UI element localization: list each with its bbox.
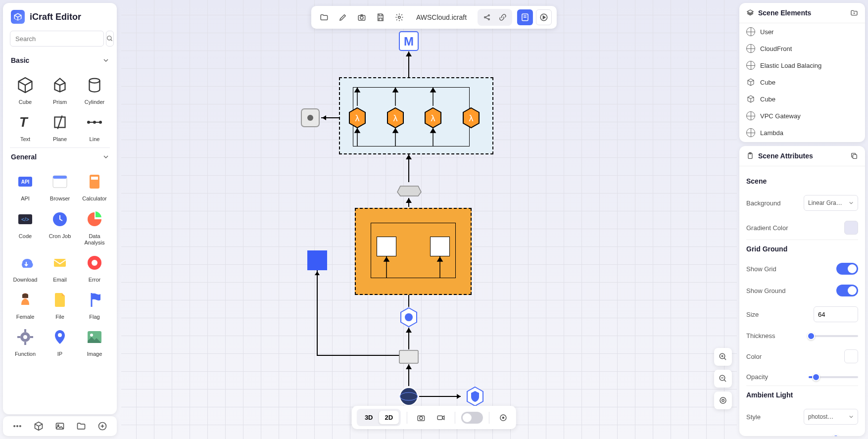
node-lambda-2[interactable]: λ <box>385 107 406 129</box>
camera-button[interactable] <box>354 9 370 25</box>
palette-cylinder[interactable]: Cylinder <box>79 74 110 105</box>
record-button[interactable] <box>433 410 449 426</box>
folder-button[interactable] <box>74 419 88 433</box>
globe-icon <box>746 27 755 36</box>
palette-cube[interactable]: Cube <box>10 74 41 105</box>
canvas[interactable]: M λ λ λ λ <box>121 0 737 439</box>
attributes-body[interactable]: Scene Background Linear Gra… Gradient Co… <box>739 166 865 436</box>
element-item-vpc[interactable]: VPC Gateway <box>739 107 865 124</box>
search-button[interactable] <box>106 31 114 47</box>
globe-icon <box>746 128 755 137</box>
node-cloudfront[interactable] <box>398 349 419 364</box>
node-lambda-1[interactable]: λ <box>346 107 368 129</box>
edit-button[interactable] <box>335 9 351 25</box>
package-button[interactable] <box>32 419 46 433</box>
palette-image[interactable]: Image <box>79 326 110 357</box>
section-general-header[interactable]: General <box>3 148 117 166</box>
node-lambda-4[interactable]: λ <box>460 107 482 129</box>
node-vpc-gateway[interactable] <box>396 182 422 198</box>
search-input[interactable] <box>10 31 104 47</box>
section-general-label: General <box>11 153 37 161</box>
background-select[interactable]: Linear Gra… <box>804 195 858 211</box>
copy-icon[interactable] <box>850 152 858 160</box>
elements-list[interactable]: User CloudFront Elastic Load Balacing Cu… <box>739 23 865 142</box>
node-cube-blue[interactable] <box>307 250 327 270</box>
element-item-user[interactable]: User <box>739 23 865 40</box>
palette-scroll[interactable]: Basic Cube Prism Cylinder TText Plane Li… <box>3 51 117 414</box>
view-toggle[interactable] <box>461 412 483 424</box>
svg-point-111 <box>720 397 726 403</box>
settings-button[interactable] <box>391 9 407 25</box>
svg-text:λ: λ <box>355 113 360 123</box>
palette-download[interactable]: Download <box>10 252 41 283</box>
node-lambda-3[interactable]: λ <box>422 107 444 129</box>
scene-attributes-panel: Scene Attributes Scene Background Linear… <box>739 146 865 436</box>
female-icon <box>14 289 36 311</box>
element-item-lambda-1[interactable]: Lambda <box>739 124 865 141</box>
palette-browser[interactable]: Browser <box>45 171 75 202</box>
segment-3d[interactable]: 3D <box>359 411 379 424</box>
style-select[interactable]: photost… <box>804 409 858 425</box>
palette-text[interactable]: TText <box>10 111 41 143</box>
size-input[interactable] <box>814 306 858 322</box>
zoom-out-button[interactable] <box>714 370 732 388</box>
zoom-fit-button[interactable] <box>714 391 732 409</box>
share-button[interactable] <box>480 11 494 24</box>
focus-button[interactable] <box>495 410 511 426</box>
palette-calculator[interactable]: Calculator <box>79 171 110 202</box>
node-instance-2[interactable] <box>430 237 450 256</box>
element-item-cube-2[interactable]: Cube <box>739 91 865 107</box>
section-basic-header[interactable]: Basic <box>3 51 117 69</box>
menu-button[interactable] <box>10 419 24 433</box>
palette-ip[interactable]: IP <box>45 326 75 357</box>
properties-panel-button[interactable] <box>517 9 533 25</box>
palette-function[interactable]: Function <box>10 326 41 357</box>
svg-text:λ: λ <box>393 113 398 123</box>
palette-female[interactable]: Female <box>10 289 41 320</box>
palette-code[interactable]: </>Code <box>10 208 41 246</box>
node-globe-dark[interactable] <box>398 386 419 407</box>
search-row <box>3 31 117 51</box>
segment-2d[interactable]: 2D <box>379 411 399 424</box>
divider <box>455 412 455 424</box>
palette-error[interactable]: Error <box>79 252 110 283</box>
palette-cronjob[interactable]: Cron Job <box>45 208 75 246</box>
play-button[interactable] <box>536 9 552 25</box>
show-grid-toggle[interactable] <box>836 263 858 275</box>
element-item-cube-1[interactable]: Cube <box>739 74 865 91</box>
link-button[interactable] <box>495 11 510 24</box>
element-item-lambda-2[interactable]: Lambda <box>739 141 865 142</box>
node-shield[interactable] <box>465 386 485 407</box>
cube-icon <box>746 78 755 87</box>
snapshot-button[interactable] <box>413 410 429 426</box>
palette-flag[interactable]: Flag <box>79 289 110 320</box>
palette-line[interactable]: Line <box>79 111 110 143</box>
show-ground-toggle[interactable] <box>836 285 858 296</box>
palette-prism[interactable]: Prism <box>45 74 75 105</box>
palette-plane[interactable]: Plane <box>45 111 75 143</box>
gradient-color-swatch[interactable] <box>844 221 858 235</box>
palette-email[interactable]: Email <box>45 252 75 283</box>
opacity-slider[interactable] <box>809 376 858 378</box>
prism-icon <box>49 74 71 96</box>
image-button[interactable] <box>53 419 67 433</box>
svg-point-90 <box>488 19 490 20</box>
color-swatch[interactable] <box>844 349 858 363</box>
section-basic-label: Basic <box>11 56 29 64</box>
open-folder-button[interactable] <box>316 9 332 25</box>
palette-file[interactable]: File <box>45 289 75 320</box>
element-item-elb[interactable]: Elastic Load Balacing <box>739 57 865 74</box>
zoom-in-button[interactable] <box>714 348 732 366</box>
node-lightbulb[interactable] <box>398 307 419 328</box>
palette-api[interactable]: APIAPI <box>10 171 41 202</box>
add-button[interactable] <box>96 419 109 433</box>
node-user[interactable]: M <box>398 31 419 51</box>
node-elb[interactable] <box>299 107 321 129</box>
palette-dataanalysis[interactable]: Data Analysis <box>79 208 110 246</box>
node-instance-1[interactable] <box>377 237 396 256</box>
add-folder-icon[interactable] <box>850 9 858 17</box>
thickness-slider[interactable] <box>809 335 858 337</box>
svg-point-31 <box>90 334 93 337</box>
save-button[interactable] <box>373 9 388 25</box>
element-item-cloudfront[interactable]: CloudFront <box>739 40 865 57</box>
